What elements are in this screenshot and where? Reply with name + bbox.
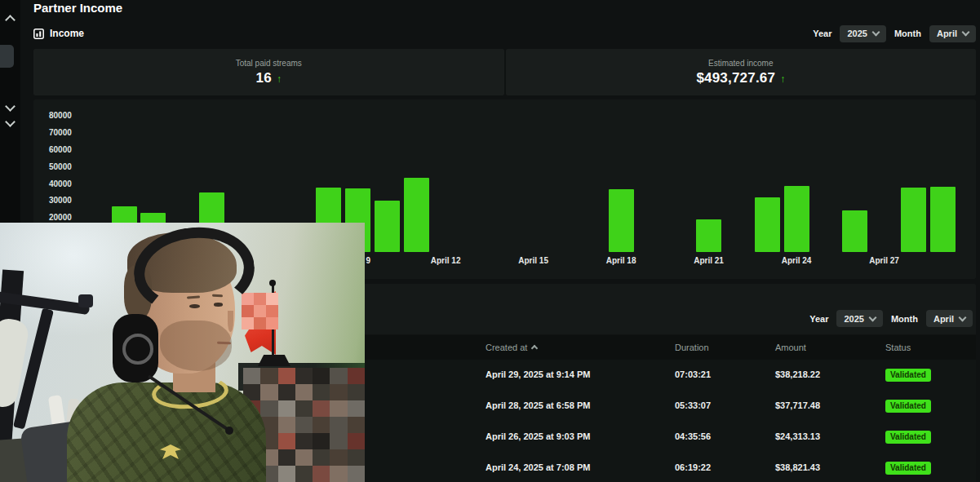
chart-bar-april-23[interactable] [755, 197, 780, 252]
table-month-select[interactable]: April [926, 310, 973, 327]
column-header-amount: Amount [775, 343, 806, 352]
amount-cell: $38,218.22 [775, 369, 820, 379]
y-axis-tick-label: 20000 [33, 213, 90, 222]
mosaic-cell [242, 293, 254, 305]
mosaic-cell [330, 368, 347, 384]
amount-cell: $24,313.13 [775, 431, 820, 441]
duration-cell: 07:03:21 [675, 369, 711, 379]
column-header-created-at[interactable]: Created at [486, 343, 537, 352]
mosaic-cell [348, 449, 365, 466]
chevron-down-icon [959, 313, 967, 321]
total-paid-streams-value: 16 [256, 70, 272, 86]
created-at-cell: April 29, 2025 at 9:14 PM [486, 369, 590, 379]
mosaic-cell [313, 466, 330, 482]
sidebar-partial-button[interactable] [0, 45, 14, 68]
mosaic-cell [266, 317, 278, 329]
duration-cell: 06:19:22 [675, 462, 711, 472]
mosaic-cell [313, 400, 330, 417]
y-axis-tick-label: 80000 [33, 111, 90, 120]
y-axis-tick-label: 60000 [33, 145, 90, 154]
status-badge: Validated [885, 462, 931, 475]
chart-bar-april-26[interactable] [842, 210, 867, 252]
mosaic-cell [330, 417, 347, 433]
x-axis-tick-label: April 27 [869, 256, 899, 265]
income-section-header: Income Year 2025 Month April [33, 24, 976, 42]
mosaic-cell [278, 449, 295, 466]
mosaic-cell [295, 449, 313, 466]
mosaic-cell [254, 293, 266, 305]
duration-cell: 05:33:07 [675, 400, 711, 410]
chart-bar-april-21[interactable] [696, 219, 721, 252]
x-axis-tick-label: April 24 [782, 256, 812, 265]
x-axis-tick-label: April 12 [431, 256, 461, 265]
mosaic-cell [330, 400, 347, 417]
mosaic-cell [295, 466, 313, 482]
table-year-select[interactable]: 2025 [836, 310, 882, 327]
partner-income-dashboard: Partner Income Income Year 2025 Month Ap… [0, 0, 980, 482]
status-badge: Validated [885, 431, 931, 444]
chevron-down-icon[interactable] [5, 117, 16, 127]
chart-bar-april-18[interactable] [609, 189, 634, 252]
mosaic-cell [243, 368, 260, 384]
sort-ascending-icon [531, 345, 538, 352]
mosaic-cell [278, 400, 295, 417]
chart-bar-april-11[interactable] [404, 178, 429, 252]
mosaic-cell [266, 305, 278, 317]
mosaic-cell [348, 368, 365, 384]
y-axis-tick-label: 70000 [33, 128, 90, 137]
chart-bar-april-29[interactable] [930, 187, 956, 252]
status-cell: Validated [885, 462, 931, 475]
mosaic-cell [278, 368, 295, 384]
mosaic-cell [242, 317, 254, 329]
mosaic-cell [313, 449, 330, 466]
year-select[interactable]: 2025 [840, 25, 885, 42]
created-at-cell: April 28, 2025 at 6:58 PM [486, 400, 590, 410]
income-section-title: Income [33, 28, 84, 39]
mosaic-cell [260, 384, 277, 400]
stat-card-estimated-income: Estimated income $493,727.67 ↑ [506, 49, 977, 95]
y-axis-tick-label: 40000 [33, 179, 90, 188]
flag-pole-tip [269, 280, 276, 286]
amount-cell: $38,821.43 [775, 462, 820, 472]
chart-bar-april-28[interactable] [901, 188, 926, 252]
mosaic-cell [260, 400, 277, 417]
month-select[interactable]: April [929, 25, 976, 42]
chart-bar-april-10[interactable] [375, 201, 400, 252]
mosaic-cell [330, 449, 347, 466]
exercise-equipment [78, 294, 93, 307]
mosaic-cell [313, 417, 330, 433]
chart-bar-april-24[interactable] [784, 186, 809, 252]
mosaic-cell [260, 368, 277, 384]
column-header-duration: Duration [675, 343, 709, 352]
y-axis-tick-label: 30000 [33, 196, 90, 205]
chevron-down-icon [869, 313, 877, 321]
stats-row: Total paid streams 16 ↑ Estimated income… [33, 49, 976, 95]
chevron-up-icon[interactable] [5, 15, 16, 25]
chevron-down-icon [872, 29, 880, 37]
mosaic-cell [295, 384, 313, 400]
month-label: Month [891, 314, 918, 324]
x-axis-tick-label: April 18 [606, 256, 636, 265]
mosaic-cell [348, 384, 365, 400]
income-filters: Year 2025 Month April [813, 25, 976, 42]
headphones-ring [122, 334, 153, 365]
person-beard [160, 321, 232, 371]
trend-up-icon: ↑ [780, 73, 785, 85]
mosaic-cell [278, 433, 295, 449]
microphone-tip [225, 427, 233, 435]
year-label: Year [813, 29, 831, 38]
trend-up-icon: ↑ [277, 73, 282, 85]
income-chart-icon [33, 29, 44, 39]
y-axis-tick-label: 50000 [33, 162, 90, 171]
mosaic-cell [313, 384, 330, 400]
mosaic-cell [295, 368, 313, 384]
mosaic-cell [278, 384, 295, 400]
amount-cell: $37,717.48 [775, 400, 820, 410]
mosaic-cell [295, 417, 313, 433]
chevron-down-icon[interactable] [5, 101, 16, 112]
mosaic-cell [278, 417, 295, 433]
mosaic-cell [330, 466, 347, 482]
year-label: Year [809, 314, 828, 324]
pixelated-blur-patch [242, 293, 278, 329]
mosaic-cell [330, 433, 347, 449]
